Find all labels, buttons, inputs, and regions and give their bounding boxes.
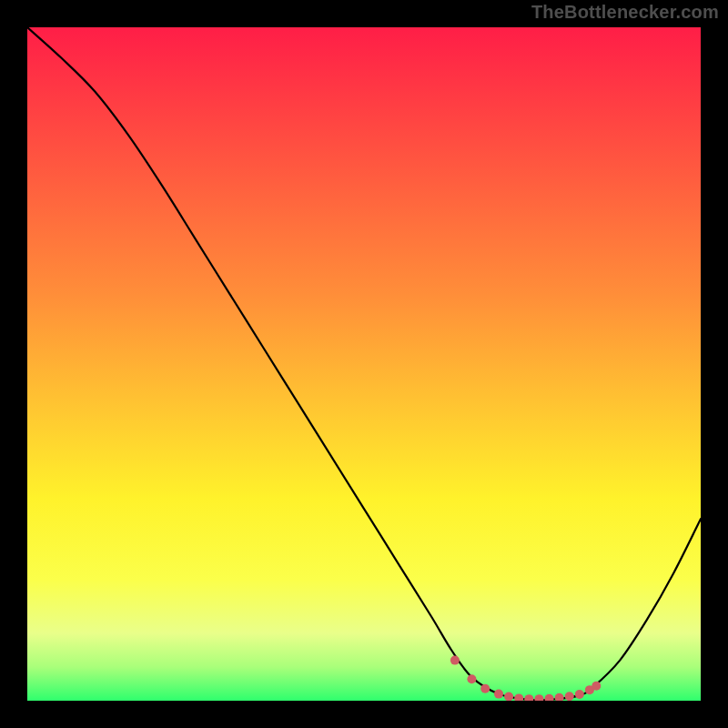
plot-area [27, 27, 701, 701]
chart-frame: TheBottlenecker.com [0, 0, 728, 728]
marker-dot [494, 690, 503, 699]
marker-dot [575, 690, 584, 699]
marker-dot [467, 674, 476, 683]
marker-dot [565, 692, 574, 701]
marker-dot [480, 684, 490, 693]
marker-dot [450, 656, 460, 665]
bottleneck-chart [27, 27, 701, 701]
gradient-background [27, 27, 701, 701]
marker-dot [592, 682, 601, 691]
attribution-text: TheBottlenecker.com [531, 2, 719, 23]
